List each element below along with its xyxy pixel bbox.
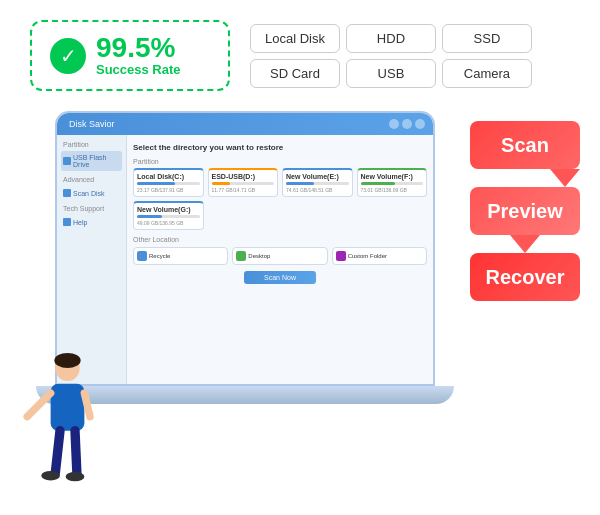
app-titlebar: Disk Savior (57, 113, 433, 135)
sidebar-scan-label: Scan Disk (73, 190, 105, 197)
media-btn-camera[interactable]: Camera (442, 59, 532, 88)
scan-disk-icon (63, 189, 71, 197)
scan-to-preview-arrow (550, 169, 580, 187)
top-section: ✓ 99.5% Success Rate Local Disk HDD SSD … (0, 0, 600, 101)
location-custom[interactable]: Custom Folder (332, 247, 427, 265)
recycle-icon (137, 251, 147, 261)
svg-line-6 (84, 393, 90, 416)
usb-icon (63, 157, 71, 165)
location-desktop[interactable]: Desktop (232, 247, 327, 265)
partition-d-fill (212, 182, 231, 185)
partition-d-bar (212, 182, 275, 185)
partition-e-size: 74.61 GB/148.51 GB (286, 187, 349, 193)
sidebar-item-usb[interactable]: USB Flash Drive (61, 151, 122, 171)
sidebar-help-label: Help (73, 219, 87, 226)
partition-e-fill (286, 182, 314, 185)
partition-c[interactable]: Local Disk(C:) 23.17 GB/137.91 GB (133, 168, 204, 197)
partition-d-label: ESD-USB(D:) (212, 173, 275, 180)
media-types-grid: Local Disk HDD SSD SD Card USB Camera (250, 24, 532, 88)
media-btn-local-disk[interactable]: Local Disk (250, 24, 340, 53)
svg-point-3 (54, 353, 80, 368)
recover-btn-wrapper: Recover (470, 253, 580, 301)
media-btn-sd-card[interactable]: SD Card (250, 59, 340, 88)
partition-f-fill (361, 182, 395, 185)
right-action-buttons: Scan Preview Recover (470, 121, 580, 301)
partition-g-size: 49.09 GB/136.95 GB (137, 220, 200, 226)
svg-line-7 (55, 431, 60, 473)
preview-to-recover-arrow (510, 235, 540, 253)
sidebar-tech-section: Tech Support (61, 205, 122, 212)
laptop-screen: Disk Savior Partition USB Flash Dri (55, 111, 435, 386)
media-btn-hdd[interactable]: HDD (346, 24, 436, 53)
app-window: Disk Savior Partition USB Flash Dri (57, 113, 433, 384)
svg-line-8 (75, 431, 77, 473)
close-btn[interactable] (415, 119, 425, 129)
minimize-btn[interactable] (389, 119, 399, 129)
recover-label: Recover (486, 266, 565, 289)
partition-e-bar (286, 182, 349, 185)
help-icon (63, 218, 71, 226)
partition-f-bar (361, 182, 424, 185)
partition-c-fill (137, 182, 175, 185)
desktop-icon (236, 251, 246, 261)
sidebar-item-scan-disk[interactable]: Scan Disk (61, 186, 122, 200)
scan-btn-wrapper: Scan (470, 121, 580, 187)
partition-d-size: 11.77 GB/14.71 GB (212, 187, 275, 193)
other-location-label: Other Location (133, 236, 427, 243)
partition-g-label: New Volume(G:) (137, 206, 200, 213)
main-area: Disk Savior Partition USB Flash Dri (0, 101, 600, 515)
app-sidebar: Partition USB Flash Drive Advanced Scan … (57, 135, 127, 384)
svg-line-5 (27, 393, 50, 416)
preview-btn-wrapper: Preview (470, 187, 580, 253)
rate-text: 99.5% Success Rate (96, 34, 181, 77)
partition-f[interactable]: New Volume(F:) 73.01 GB/136.09 GB (357, 168, 428, 197)
media-btn-ssd[interactable]: SSD (442, 24, 532, 53)
scan-now-button[interactable]: Scan Now (244, 271, 316, 284)
app-heading: Select the directory you want to restore (133, 143, 427, 152)
partition-g-bar (137, 215, 200, 218)
rate-number: 99.5% (96, 34, 181, 62)
partition-grid: Local Disk(C:) 23.17 GB/137.91 GB ESD-US… (133, 168, 427, 230)
partitions-section-label: Partition (133, 158, 427, 165)
recover-button[interactable]: Recover (470, 253, 580, 301)
title-controls (389, 119, 425, 129)
laptop-wrapper: Disk Savior Partition USB Flash Dri (55, 111, 435, 411)
app-body: Partition USB Flash Drive Advanced Scan … (57, 135, 433, 384)
rate-label: Success Rate (96, 62, 181, 77)
sidebar-usb-label: USB Flash Drive (73, 154, 120, 168)
partition-c-size: 23.17 GB/137.91 GB (137, 187, 200, 193)
check-icon: ✓ (50, 38, 86, 74)
partition-f-size: 73.01 GB/136.09 GB (361, 187, 424, 193)
svg-point-9 (41, 471, 60, 480)
app-title: Disk Savior (69, 119, 115, 129)
person-figure (20, 351, 100, 501)
desktop-label: Desktop (248, 253, 270, 259)
custom-folder-icon (336, 251, 346, 261)
recycle-label: Recycle (149, 253, 170, 259)
location-recycle[interactable]: Recycle (133, 247, 228, 265)
svg-point-10 (66, 472, 85, 481)
scan-button[interactable]: Scan (470, 121, 580, 169)
success-rate-box: ✓ 99.5% Success Rate (30, 20, 230, 91)
scan-label: Scan (501, 134, 549, 157)
media-btn-usb[interactable]: USB (346, 59, 436, 88)
location-grid: Recycle Desktop Custom Folder (133, 247, 427, 265)
app-main-content: Select the directory you want to restore… (127, 135, 433, 384)
partition-d[interactable]: ESD-USB(D:) 11.77 GB/14.71 GB (208, 168, 279, 197)
svg-rect-4 (51, 384, 85, 431)
partition-c-bar (137, 182, 200, 185)
custom-folder-label: Custom Folder (348, 253, 387, 259)
sidebar-item-help[interactable]: Help (61, 215, 122, 229)
partition-g[interactable]: New Volume(G:) 49.09 GB/136.95 GB (133, 201, 204, 230)
partition-f-label: New Volume(F:) (361, 173, 424, 180)
partition-e[interactable]: New Volume(E:) 74.61 GB/148.51 GB (282, 168, 353, 197)
partition-g-fill (137, 215, 162, 218)
sidebar-partition-section: Partition (61, 141, 122, 148)
sidebar-advanced-section: Advanced (61, 176, 122, 183)
maximize-btn[interactable] (402, 119, 412, 129)
preview-button[interactable]: Preview (470, 187, 580, 235)
partition-e-label: New Volume(E:) (286, 173, 349, 180)
partition-c-label: Local Disk(C:) (137, 173, 200, 180)
preview-label: Preview (487, 200, 563, 223)
